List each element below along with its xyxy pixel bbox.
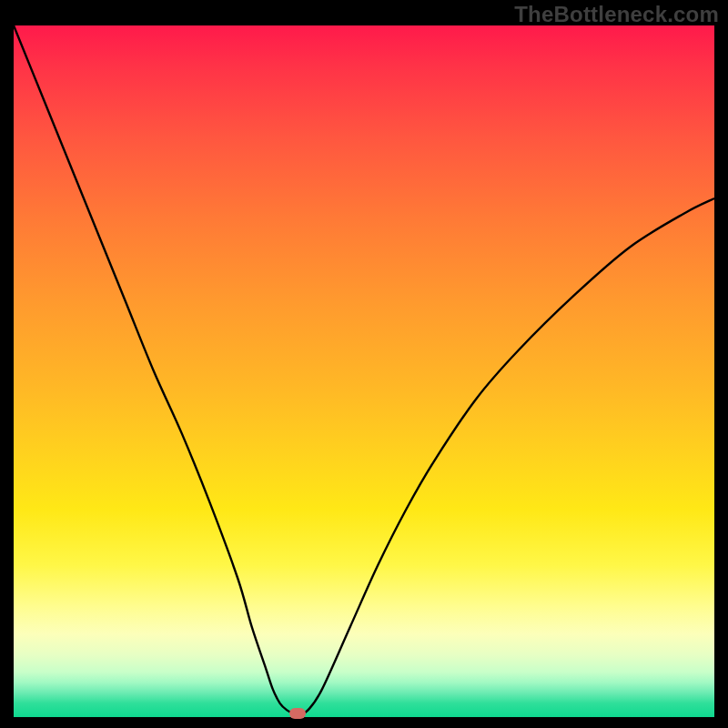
- bottleneck-curve: [14, 25, 714, 717]
- plot-area-border: [14, 25, 714, 717]
- chart-frame: TheBottleneck.com: [0, 0, 728, 728]
- optimal-point-marker: [289, 708, 306, 719]
- curve-path: [14, 25, 714, 714]
- watermark-text: TheBottleneck.com: [514, 2, 719, 27]
